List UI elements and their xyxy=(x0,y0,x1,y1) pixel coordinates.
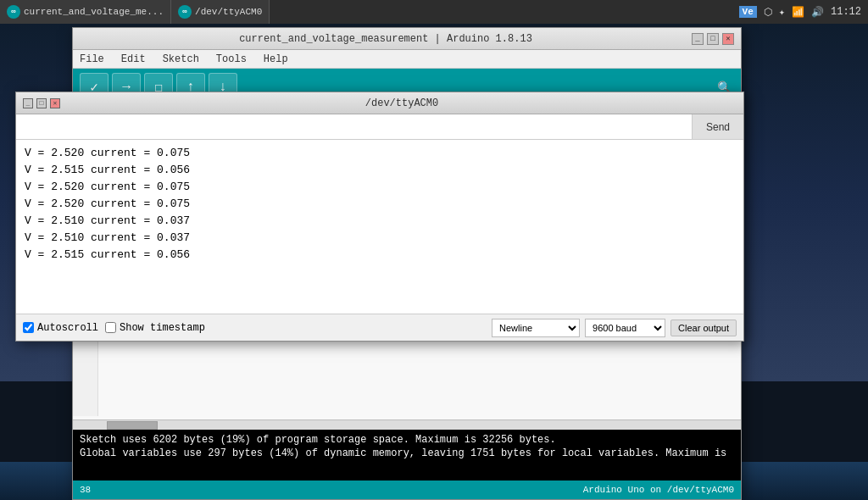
serial-footer-right: Newline No line ending Carriage return B… xyxy=(492,319,737,337)
console-line-1: Sketch uses 6202 bytes (19%) of program … xyxy=(80,433,734,447)
timestamp-checkbox-container: Show timestamp xyxy=(105,322,205,334)
desktop: ∞ current_and_voltage_me... ∞ /dev/ttyAC… xyxy=(0,0,868,500)
serial-close-button[interactable]: ✕ xyxy=(50,98,60,108)
serial-footer: Autoscroll Show timestamp Newline No lin… xyxy=(16,314,743,341)
taskbar-serial-label: /dev/ttyACM0 xyxy=(195,7,262,17)
ve-indicator: Ve xyxy=(739,6,757,18)
serial-line-1: V = 2.520 current = 0.075 xyxy=(25,145,735,162)
menu-tools[interactable]: Tools xyxy=(213,52,250,67)
taskbar-item-serial[interactable]: ∞ /dev/ttyACM0 xyxy=(171,0,270,24)
serial-line-2: V = 2.515 current = 0.056 xyxy=(25,162,735,179)
taskbar: ∞ current_and_voltage_me... ∞ /dev/ttyAC… xyxy=(0,0,868,24)
serial-line-6: V = 2.510 current = 0.037 xyxy=(25,230,735,247)
serial-minimize-button[interactable]: _ xyxy=(23,98,33,108)
arduino-serial-icon: ∞ xyxy=(178,5,192,19)
scrollbar-thumb[interactable] xyxy=(107,421,158,430)
clock: 11:12 xyxy=(831,6,861,18)
close-button[interactable]: ✕ xyxy=(722,33,734,45)
clear-output-button[interactable]: Clear output xyxy=(670,319,737,336)
bluetooth-icon: ⬡ xyxy=(764,6,772,19)
bluetooth-icon2: ✦ xyxy=(779,6,785,19)
autoscroll-checkbox-container: Autoscroll xyxy=(23,322,98,334)
console-output: Sketch uses 6202 bytes (19%) of program … xyxy=(73,430,741,481)
arduino-window-title: current_and_voltage_measurement | Arduin… xyxy=(80,33,692,45)
serial-output-area: V = 2.520 current = 0.075 V = 2.515 curr… xyxy=(16,140,743,314)
arduino-logo-icon: ∞ xyxy=(7,5,20,19)
board-info: Arduino Uno on /dev/ttyACM0 xyxy=(583,485,734,495)
serial-line-4: V = 2.520 current = 0.075 xyxy=(25,196,735,213)
menu-sketch[interactable]: Sketch xyxy=(159,52,203,67)
serial-send-bar: Send xyxy=(16,114,743,140)
console-line-2: Global variables use 297 bytes (14%) of … xyxy=(80,447,734,460)
wifi-icon: 📶 xyxy=(792,6,804,19)
menu-edit[interactable]: Edit xyxy=(118,52,149,67)
serial-line-3: V = 2.520 current = 0.075 xyxy=(25,179,735,196)
autoscroll-checkbox[interactable] xyxy=(23,322,34,333)
volume-icon: 🔊 xyxy=(811,6,824,19)
autoscroll-label: Autoscroll xyxy=(37,322,98,334)
horizontal-scrollbar[interactable] xyxy=(73,419,741,430)
serial-send-button[interactable]: Send xyxy=(692,114,743,139)
line-number: 38 xyxy=(80,485,91,495)
status-bar: 38 Arduino Uno on /dev/ttyACM0 xyxy=(73,481,741,499)
timestamp-checkbox[interactable] xyxy=(105,322,116,333)
menu-file[interactable]: File xyxy=(76,52,108,67)
serial-line-7: V = 2.515 current = 0.056 xyxy=(25,247,735,264)
baud-select[interactable]: 9600 baud 4800 baud 19200 baud 38400 bau… xyxy=(585,319,665,337)
serial-line-5: V = 2.510 current = 0.037 xyxy=(25,213,735,230)
serial-monitor-window: _ □ ✕ /dev/ttyACM0 Send V = 2.520 curren… xyxy=(15,92,744,342)
taskbar-sketch-label: current_and_voltage_me... xyxy=(24,7,164,17)
minimize-button[interactable]: _ xyxy=(692,33,704,45)
serial-titlebar: _ □ ✕ /dev/ttyACM0 xyxy=(16,92,743,114)
window-controls: _ □ ✕ xyxy=(692,33,734,45)
menubar: File Edit Sketch Tools Help xyxy=(73,50,741,69)
menu-help[interactable]: Help xyxy=(260,52,292,67)
timestamp-label: Show timestamp xyxy=(120,322,205,334)
serial-monitor-title: /dev/ttyACM0 xyxy=(67,97,737,109)
newline-select[interactable]: Newline No line ending Carriage return B… xyxy=(492,319,580,337)
taskbar-right: Ve ⬡ ✦ 📶 🔊 11:12 xyxy=(739,6,868,19)
serial-window-controls-left: _ □ ✕ xyxy=(23,98,60,108)
arduino-titlebar: current_and_voltage_measurement | Arduin… xyxy=(73,28,741,50)
maximize-button[interactable]: □ xyxy=(707,33,719,45)
taskbar-item-sketch[interactable]: ∞ current_and_voltage_me... xyxy=(0,0,171,24)
serial-input[interactable] xyxy=(16,114,692,139)
serial-maximize-button[interactable]: □ xyxy=(36,98,47,108)
